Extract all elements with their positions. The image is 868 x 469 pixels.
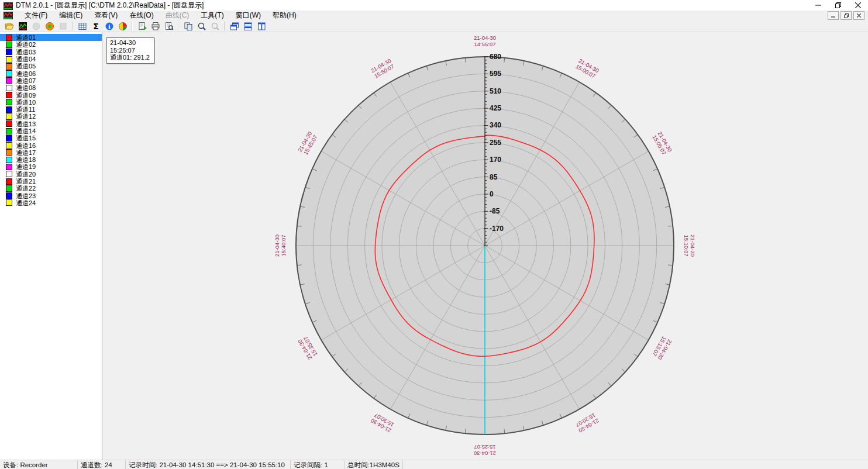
export-icon: [137, 22, 147, 31]
mdi-child-icon[interactable]: [4, 12, 13, 19]
status-field-2: 记录时间: 21-04-30 14:51:30 ==> 21-04-30 15:…: [126, 460, 291, 469]
angle-time-label: 21-04-3015:45:07: [297, 130, 319, 156]
mdi-minimize-button[interactable]: [828, 11, 839, 20]
channel-label: 通道15: [16, 135, 36, 142]
record-idle-button: [30, 21, 42, 32]
radial-tick-label: 0: [490, 190, 494, 198]
svg-text:15:10:07: 15:10:07: [683, 235, 690, 257]
svg-text:14:55:07: 14:55:07: [474, 41, 496, 47]
channel-list-item[interactable]: 通道17: [0, 149, 102, 156]
polar-chart[interactable]: 680595510425340255170850-85-17021-04-301…: [102, 32, 867, 460]
pie-chart-button[interactable]: [116, 21, 129, 32]
sum-sigma-button[interactable]: Σ: [89, 21, 102, 32]
mdi-restore-button[interactable]: [841, 11, 852, 20]
channel-label: 通道18: [16, 156, 36, 163]
radial-tick-label: 85: [490, 173, 498, 181]
channel-label: 通道08: [16, 84, 36, 91]
channel-label: 通道03: [16, 49, 36, 56]
tile-vertical-icon: [257, 22, 266, 31]
export-button[interactable]: [136, 21, 148, 32]
channel-color-swatch: [6, 49, 12, 55]
channel-color-swatch: [6, 142, 12, 149]
app-icon: [4, 2, 13, 9]
channel-label: 通道23: [16, 192, 36, 199]
channel-list-item[interactable]: 通道07: [0, 77, 102, 84]
print-button[interactable]: [149, 21, 161, 32]
channel-label: 通道11: [16, 106, 35, 113]
cascade-windows-button[interactable]: [228, 21, 240, 32]
channel-list-item[interactable]: 通道20: [0, 171, 102, 178]
record-active-button[interactable]: [43, 21, 56, 32]
close-button[interactable]: [848, 0, 868, 11]
channel-list-item[interactable]: 通道24: [0, 199, 102, 206]
svg-text:i: i: [108, 23, 111, 30]
menu-file[interactable]: 文件(F): [19, 11, 53, 20]
channel-list-item[interactable]: 通道15: [0, 135, 102, 142]
application-window: DTM 2.0.1 - [圆盘显示] [C:\DTM 2.0.2\RealDat…: [0, 0, 868, 469]
channel-list-item[interactable]: 通道08: [0, 84, 102, 91]
zoom-reset-icon: [211, 22, 220, 31]
print-preview-button[interactable]: [163, 21, 175, 32]
channel-color-swatch: [6, 63, 12, 70]
channel-color-swatch: [6, 171, 12, 177]
data-grid-icon: [78, 22, 87, 31]
info-button[interactable]: i: [103, 21, 115, 32]
zoom-reset-button: [209, 21, 221, 32]
channel-label: 通道19: [16, 163, 36, 170]
tile-vertical-button[interactable]: [255, 21, 267, 32]
status-field-4: 总时间:1H3M40S: [345, 460, 403, 469]
channel-color-swatch: [6, 77, 12, 84]
channel-list-item[interactable]: 通道05: [0, 63, 102, 70]
mdi-close-button[interactable]: [853, 11, 864, 20]
channel-list-item[interactable]: 通道10: [0, 99, 102, 106]
channel-list-item[interactable]: 通道04: [0, 56, 102, 63]
menu-curve[interactable]: 曲线(C): [160, 11, 195, 20]
channel-list-item[interactable]: 通道11: [0, 106, 102, 113]
channel-label: 通道14: [16, 127, 36, 135]
channel-list-item[interactable]: 通道23: [0, 192, 102, 199]
channel-list-item[interactable]: 通道14: [0, 127, 102, 135]
channel-list-item[interactable]: 通道18: [0, 156, 102, 163]
menu-view[interactable]: 查看(V): [88, 11, 123, 20]
channel-list-item[interactable]: 通道12: [0, 113, 102, 120]
channel-color-swatch: [6, 106, 12, 113]
channel-label: 通道21: [16, 178, 36, 185]
channel-color-swatch: [6, 113, 12, 120]
channel-list-item[interactable]: 通道06: [0, 70, 102, 77]
channel-list-item[interactable]: 通道16: [0, 142, 102, 149]
channel-list-item[interactable]: 通道22: [0, 185, 102, 192]
channel-list-item[interactable]: 通道19: [0, 163, 102, 170]
radial-tick-label: -85: [490, 207, 500, 215]
menu-online[interactable]: 在线(O): [123, 11, 159, 20]
tile-horizontal-button[interactable]: [242, 21, 254, 32]
copy-button[interactable]: [182, 21, 194, 32]
channel-color-swatch: [6, 157, 12, 163]
mdi-window-controls: [828, 11, 864, 20]
status-filler: [403, 460, 868, 469]
channel-label: 通道24: [16, 199, 36, 206]
circular-chart-view[interactable]: 680595510425340255170850-85-17021-04-301…: [102, 32, 868, 460]
trend-chart-button[interactable]: [16, 21, 29, 32]
channel-color-swatch: [6, 135, 12, 142]
channel-list-item[interactable]: 通道09: [0, 91, 102, 98]
menu-help[interactable]: 帮助(H): [267, 11, 302, 20]
record-idle-icon: [32, 22, 41, 31]
radial-tick-label: 510: [490, 87, 501, 95]
menu-window[interactable]: 窗口(W): [230, 11, 267, 20]
menu-tools[interactable]: 工具(T): [195, 11, 229, 20]
channel-list-item[interactable]: 通道02: [0, 41, 102, 48]
open-file-button[interactable]: [3, 21, 15, 32]
menu-edit[interactable]: 编辑(E): [53, 11, 88, 20]
channel-list-item[interactable]: 通道01: [0, 34, 102, 41]
angle-time-label: 21-04-3015:10:07: [683, 235, 696, 257]
radial-tick-label: -170: [490, 225, 504, 233]
data-grid-button[interactable]: [76, 21, 88, 32]
minimize-button[interactable]: [808, 0, 828, 11]
channel-label: 通道02: [16, 41, 36, 48]
channel-list-item[interactable]: 通道13: [0, 120, 102, 127]
channel-list-item[interactable]: 通道03: [0, 49, 102, 56]
restore-button[interactable]: [828, 0, 848, 11]
zoom-button[interactable]: [195, 21, 208, 32]
angle-time-label: 21-04-3014:55:07: [474, 35, 496, 47]
channel-list-item[interactable]: 通道21: [0, 178, 102, 185]
